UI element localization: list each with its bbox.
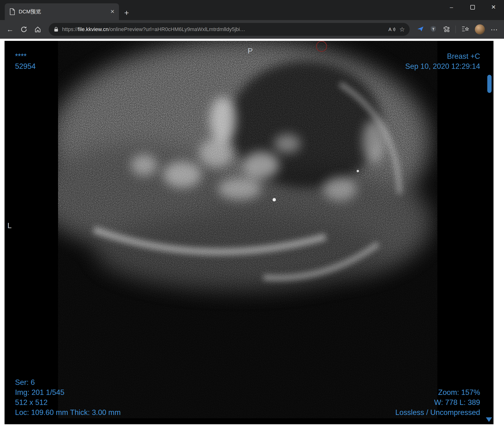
patient-name: **** bbox=[15, 51, 36, 61]
address-bar[interactable]: https://file.kkview.cn/onlinePreview?url… bbox=[49, 23, 410, 36]
refresh-icon bbox=[20, 26, 28, 33]
tab-title: DCM预览 bbox=[19, 8, 107, 15]
home-button[interactable] bbox=[32, 24, 44, 35]
window-level: W: 778 L: 389 bbox=[395, 397, 480, 408]
settings-menu-button[interactable]: ⋯ bbox=[491, 25, 498, 34]
url-path: /onlinePreview?url=aHR0cHM6Ly9maWxlLmtrd… bbox=[108, 26, 245, 32]
document-icon bbox=[9, 8, 15, 15]
svg-text:T: T bbox=[432, 27, 434, 31]
url-text: https://file.kkview.cn/onlinePreview?url… bbox=[62, 26, 385, 33]
favorite-button[interactable]: ☆ bbox=[399, 26, 405, 33]
annotation-circle bbox=[316, 41, 327, 52]
study-description: Breast +C bbox=[405, 51, 480, 61]
extension-blue-icon[interactable] bbox=[417, 25, 424, 34]
refresh-button[interactable] bbox=[18, 24, 30, 35]
tab-close-button[interactable]: ✕ bbox=[110, 9, 115, 14]
viewer-scroll-down-icon[interactable] bbox=[486, 417, 492, 422]
slice-location: Loc: 109.60 mm Thick: 3.00 mm bbox=[15, 408, 121, 418]
study-info-block: Breast +C Sep 10, 2020 12:29:14 bbox=[405, 51, 480, 72]
svg-text:A: A bbox=[388, 27, 392, 32]
url-domain: file.kkview.cn bbox=[78, 26, 108, 32]
orientation-marker-posterior: P bbox=[248, 47, 253, 55]
navigation-bar: ← https://file.kkview.cn/onlinePreview?u… bbox=[0, 20, 504, 39]
compression-info: Lossless / Uncompressed bbox=[395, 408, 480, 418]
dicom-viewer: P L **** 52954 Breast +C Sep 10, 2020 12… bbox=[5, 41, 494, 424]
profile-avatar[interactable] bbox=[475, 24, 485, 34]
orientation-marker-left: L bbox=[7, 221, 12, 230]
toolbar-icons: T ⋯ bbox=[415, 24, 500, 34]
lock-icon[interactable] bbox=[54, 27, 59, 32]
display-info-block: Zoom: 157% W: 778 L: 389 Lossless / Unco… bbox=[395, 387, 480, 418]
patient-id: 52954 bbox=[15, 61, 36, 72]
home-icon bbox=[34, 26, 42, 33]
shield-extension-icon[interactable]: T bbox=[430, 25, 437, 34]
browser-tab[interactable]: DCM预览 ✕ bbox=[5, 3, 119, 20]
image-number: Img: 201 1/545 bbox=[15, 387, 121, 397]
favorites-hub-icon[interactable] bbox=[461, 25, 469, 34]
viewer-scroll-thumb[interactable] bbox=[487, 75, 492, 93]
page-background: P L **** 52954 Breast +C Sep 10, 2020 12… bbox=[0, 39, 504, 430]
back-button[interactable]: ← bbox=[4, 24, 16, 35]
read-aloud-button[interactable]: A bbox=[388, 26, 396, 33]
new-tab-button[interactable]: + bbox=[124, 9, 129, 17]
window-maximize-button[interactable] bbox=[462, 0, 483, 14]
maximize-icon bbox=[470, 5, 475, 9]
dicom-image[interactable] bbox=[58, 41, 437, 418]
series-number: Ser: 6 bbox=[15, 377, 121, 387]
zoom-level: Zoom: 157% bbox=[395, 387, 480, 397]
url-scheme: https:// bbox=[62, 26, 78, 32]
toolbar-divider bbox=[456, 26, 456, 33]
window-close-button[interactable]: ✕ bbox=[483, 0, 504, 14]
series-info-block: Ser: 6 Img: 201 1/545 512 x 512 Loc: 109… bbox=[15, 377, 121, 418]
image-matrix: 512 x 512 bbox=[15, 397, 121, 408]
window-controls: – ✕ bbox=[441, 0, 504, 14]
study-datetime: Sep 10, 2020 12:29:14 bbox=[405, 61, 480, 72]
tab-strip: DCM预览 ✕ + – ✕ bbox=[0, 0, 504, 20]
extensions-puzzle-icon[interactable] bbox=[443, 25, 450, 34]
window-minimize-button[interactable]: – bbox=[441, 0, 462, 14]
patient-info-block: **** 52954 bbox=[15, 51, 36, 72]
